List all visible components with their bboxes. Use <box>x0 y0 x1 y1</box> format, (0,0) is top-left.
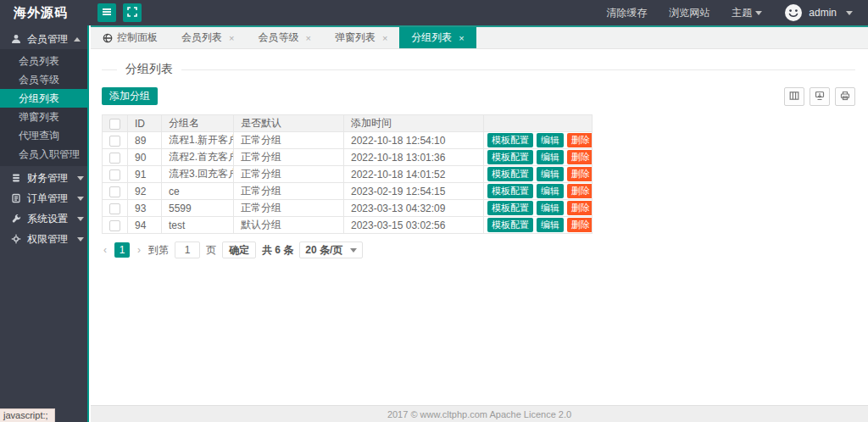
close-icon[interactable]: × <box>305 33 310 43</box>
edit-button[interactable]: 编辑 <box>537 167 564 181</box>
header-toggles <box>97 3 142 22</box>
cell-name: test <box>162 217 234 234</box>
app-logo[interactable]: 海外源码 <box>0 5 89 21</box>
template-config-button[interactable]: 模板配置 <box>487 150 533 164</box>
prev-page-arrow[interactable]: ‹ <box>102 244 108 256</box>
tab-popup-list[interactable]: 弹窗列表 × <box>323 27 399 48</box>
table-header-row: ID 分组名 是否默认 添加时间 <box>103 115 593 132</box>
page-title-divider: 分组列表 <box>102 69 855 70</box>
sidebar-item-popup-list[interactable]: 弹窗列表 <box>0 108 87 126</box>
cell-time: 2023-03-15 03:02:56 <box>344 217 484 234</box>
user-icon <box>11 34 21 44</box>
row-checkbox[interactable] <box>109 186 120 197</box>
clear-cache-link[interactable]: 清除缓存 <box>606 6 647 20</box>
tab-member-list[interactable]: 会员列表 × <box>170 27 246 48</box>
chevron-down-icon <box>77 197 84 201</box>
delete-button[interactable]: 删除 <box>567 133 593 147</box>
order-list-icon <box>11 193 21 203</box>
sidebar-item-group-list[interactable]: 分组列表 <box>0 89 87 108</box>
cell-default: 默认分组 <box>234 217 344 234</box>
sidebar-item-member-level[interactable]: 会员等级 <box>0 70 87 89</box>
template-config-button[interactable]: 模板配置 <box>487 184 533 198</box>
sidebar-item-member-list[interactable]: 会员列表 <box>0 52 87 70</box>
goto-confirm-button[interactable]: 确定 <box>222 242 256 258</box>
row-checkbox[interactable] <box>109 153 120 164</box>
sidebar-item-permission-management[interactable]: 权限管理 <box>0 229 87 249</box>
template-config-button[interactable]: 模板配置 <box>487 218 533 232</box>
template-config-button[interactable]: 模板配置 <box>487 133 533 147</box>
gear-icon <box>11 234 21 244</box>
hamburger-icon <box>102 7 112 19</box>
tab-group-list[interactable]: 分组列表 × <box>399 27 476 48</box>
goto-page-input[interactable] <box>175 242 200 258</box>
user-menu[interactable]: admin <box>784 3 853 22</box>
edit-button[interactable]: 编辑 <box>537 133 564 147</box>
sidebar-item-label: 会员管理 <box>27 32 68 47</box>
edit-button[interactable]: 编辑 <box>537 150 564 164</box>
col-header-default: 是否默认 <box>234 115 344 132</box>
theme-menu[interactable]: 主题 <box>732 6 762 20</box>
add-group-button[interactable]: 添加分组 <box>102 87 158 105</box>
chevron-down-icon <box>77 217 84 221</box>
edit-button[interactable]: 编辑 <box>537 218 564 232</box>
row-checkbox[interactable] <box>109 169 120 180</box>
pagination: ‹ 1 › 到第 页 确定 共 6 条 20 条/页 <box>102 242 855 258</box>
sidebar-item-finance-management[interactable]: 财务管理 <box>0 168 87 188</box>
fullscreen-button[interactable] <box>123 3 142 22</box>
cell-id: 89 <box>128 132 162 149</box>
current-page-badge[interactable]: 1 <box>114 242 130 258</box>
chevron-down-icon <box>755 11 762 15</box>
per-page-select[interactable]: 20 条/页 <box>299 242 363 258</box>
row-checkbox[interactable] <box>109 203 120 214</box>
export-button[interactable] <box>810 87 830 106</box>
chevron-down-icon <box>350 248 357 253</box>
goto-label: 到第 <box>148 243 169 258</box>
close-icon[interactable]: × <box>229 33 234 43</box>
tab-label: 会员列表 <box>181 31 222 45</box>
chevron-down-icon <box>846 11 853 15</box>
row-checkbox[interactable] <box>109 220 120 231</box>
page-suffix-label: 页 <box>206 243 216 258</box>
chevron-down-icon <box>77 176 84 180</box>
sidebar-item-system-settings[interactable]: 系统设置 <box>0 208 87 229</box>
select-all-checkbox[interactable] <box>109 119 120 130</box>
sidebar-item-order-management[interactable]: 订单管理 <box>0 188 87 208</box>
coins-icon <box>11 173 21 183</box>
tab-member-level[interactable]: 会员等级 × <box>246 27 322 48</box>
cell-time: 2023-03-13 04:32:09 <box>344 200 484 217</box>
delete-button[interactable]: 删除 <box>567 201 593 215</box>
edit-button[interactable]: 编辑 <box>537 201 564 215</box>
delete-button[interactable]: 删除 <box>567 150 593 164</box>
browse-site-link[interactable]: 浏览网站 <box>669 6 709 20</box>
footer-text: 2017 © www.cltphp.com Apache Licence 2.0 <box>387 409 571 419</box>
content-panel: 分组列表 添加分组 <box>91 49 868 405</box>
export-icon <box>815 91 825 103</box>
chevron-up-icon <box>74 37 81 42</box>
close-icon[interactable]: × <box>459 33 464 43</box>
sidebar-collapse-button[interactable] <box>97 3 116 22</box>
browser-status-tooltip: javascript:; <box>0 408 55 422</box>
cell-name: 5599 <box>162 200 234 217</box>
sidebar-item-member-management[interactable]: 会员管理 <box>0 29 87 49</box>
sidebar-collapsed-groups: 财务管理 订单管理 系统设置 权限管理 <box>0 168 87 249</box>
table-row: 93 5599 正常分组 2023-03-13 04:32:09 模板配置编辑删… <box>103 200 593 217</box>
tab-console[interactable]: 控制面板 <box>91 27 170 48</box>
cell-time: 2023-02-19 12:54:15 <box>344 183 484 200</box>
printer-icon <box>840 91 850 103</box>
sidebar-item-member-onboarding[interactable]: 会员入职管理 <box>0 145 87 164</box>
template-config-button[interactable]: 模板配置 <box>487 201 533 215</box>
template-config-button[interactable]: 模板配置 <box>487 167 533 181</box>
print-button[interactable] <box>835 87 855 106</box>
delete-button[interactable]: 删除 <box>567 184 593 198</box>
next-page-arrow[interactable]: › <box>136 244 142 256</box>
toolbar-right-icons <box>784 87 855 106</box>
delete-button[interactable]: 删除 <box>567 167 593 181</box>
edit-button[interactable]: 编辑 <box>537 184 564 198</box>
tab-label: 弹窗列表 <box>335 31 376 45</box>
delete-button[interactable]: 删除 <box>567 218 593 232</box>
sidebar-item-agent-query[interactable]: 代理查询 <box>0 126 87 145</box>
filter-columns-button[interactable] <box>784 87 804 106</box>
row-checkbox[interactable] <box>109 136 120 147</box>
close-icon[interactable]: × <box>382 33 387 43</box>
sidebar: 会员管理 会员列表 会员等级 分组列表 弹窗列表 代理查询 会员入职管理 财务管… <box>0 25 89 422</box>
